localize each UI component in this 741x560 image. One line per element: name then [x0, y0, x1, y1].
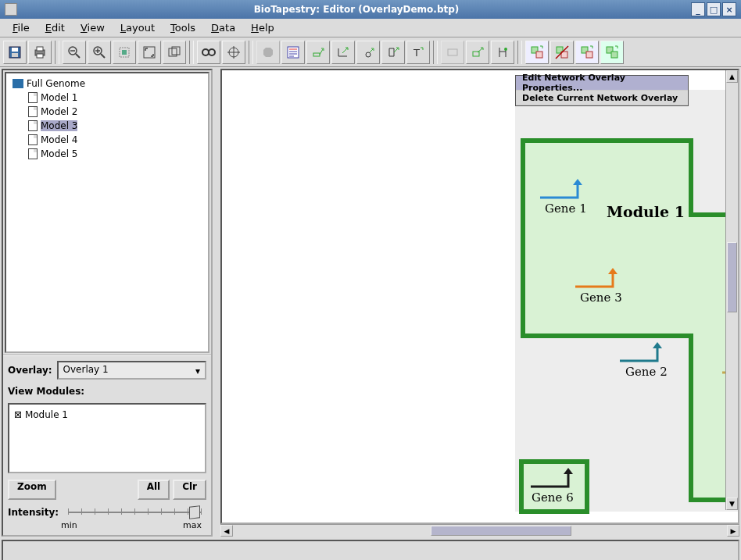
tool-a2-icon[interactable] — [331, 41, 355, 64]
tree-item-model[interactable]: Model 5 — [9, 147, 205, 161]
overlay-c4-icon[interactable] — [600, 41, 624, 64]
menu-edit[interactable]: Edit — [38, 19, 73, 37]
context-menu: Edit Network Overlay Properties... Delet… — [515, 75, 689, 106]
svg-rect-48 — [611, 52, 618, 58]
print-icon[interactable] — [28, 41, 52, 64]
network-canvas[interactable]: Region 1 Gene 1 Gene 5 Module 1 Gene 3 G… — [220, 69, 739, 524]
scroll-right-icon[interactable]: ▶ — [727, 525, 739, 537]
gene1-label: Gene 1 — [545, 202, 587, 216]
vscroll-thumb[interactable] — [727, 242, 737, 312]
svg-point-18 — [202, 49, 209, 55]
view-modules-label: View Modules: — [8, 386, 206, 397]
menubar: File Edit View Layout Tools Data Help — [0, 19, 741, 37]
tree-item-model[interactable]: Model 2 — [9, 105, 205, 119]
intensity-slider[interactable] — [68, 506, 202, 519]
zoom-in-icon[interactable] — [88, 41, 111, 64]
overlay-c2-icon[interactable] — [550, 41, 574, 64]
tool-b3-icon[interactable] — [491, 41, 514, 64]
svg-rect-36 — [448, 49, 457, 55]
tool-a3-icon[interactable] — [356, 41, 380, 64]
overlay-c1-icon[interactable] — [525, 41, 549, 64]
gene1-glyph[interactable] — [539, 174, 593, 202]
tree-item-model[interactable]: Model 3 — [9, 119, 205, 133]
toolbar: T — [0, 37, 741, 67]
center-icon[interactable] — [222, 41, 245, 64]
menu-file[interactable]: File — [5, 19, 38, 37]
model-tree[interactable]: Full Genome Model 1Model 2Model 3Model 4… — [5, 72, 209, 353]
find-icon[interactable] — [197, 41, 220, 64]
ctx-delete-overlay[interactable]: Delete Current Network Overlay — [516, 91, 688, 105]
save-icon[interactable] — [3, 41, 27, 64]
ctx-edit-overlay-props[interactable]: Edit Network Overlay Properties... — [516, 76, 688, 91]
svg-rect-46 — [586, 52, 592, 58]
menu-help[interactable]: Help — [243, 19, 282, 37]
zoom-out-icon[interactable] — [63, 41, 86, 64]
scroll-up-icon[interactable]: ▲ — [726, 70, 738, 83]
vertical-scrollbar[interactable]: ▲ ▼ — [725, 70, 738, 510]
tree-item-model[interactable]: Model 1 — [9, 91, 205, 105]
slider-min-label: min — [61, 520, 77, 530]
svg-marker-24 — [263, 48, 273, 57]
genome-icon — [13, 79, 23, 88]
svg-line-7 — [76, 54, 80, 58]
zoom-selection-icon[interactable] — [138, 41, 161, 64]
maximize-button[interactable]: □ — [707, 2, 721, 16]
document-icon — [28, 106, 38, 117]
zoom-button[interactable]: Zoom — [8, 480, 56, 500]
svg-text:T: T — [413, 47, 420, 59]
svg-rect-4 — [37, 47, 43, 51]
svg-rect-2 — [12, 53, 18, 57]
tree-root[interactable]: Full Genome — [9, 77, 205, 91]
slider-handle[interactable] — [189, 505, 200, 519]
svg-point-19 — [209, 49, 215, 55]
minimize-button[interactable]: _ — [691, 2, 705, 16]
close-button[interactable]: × — [722, 2, 736, 16]
gene3-glyph[interactable] — [574, 263, 628, 291]
overlay-panel: Overlay: Overlay 1 View Modules: Module … — [3, 355, 211, 535]
scroll-left-icon[interactable]: ◀ — [220, 525, 233, 537]
splitter[interactable] — [214, 67, 219, 538]
menu-layout[interactable]: Layout — [113, 19, 163, 37]
scroll-down-icon[interactable]: ▼ — [726, 498, 738, 510]
svg-rect-30 — [313, 53, 320, 56]
overlay-select[interactable]: Overlay 1 — [57, 361, 206, 380]
overlay-label: Overlay: — [8, 365, 52, 376]
svg-rect-5 — [37, 54, 43, 58]
tool-text-icon[interactable]: T — [406, 41, 430, 64]
props-icon[interactable] — [281, 41, 305, 64]
zoom-all-icon[interactable] — [163, 41, 186, 64]
zoom-fit-icon[interactable] — [113, 41, 136, 64]
gene2-glyph[interactable] — [618, 337, 673, 365]
intensity-label: Intensity: — [8, 507, 59, 518]
menu-tools[interactable]: Tools — [163, 19, 203, 37]
status-bar — [2, 540, 739, 560]
titlebar: BioTapestry: Editor (OverlayDemo.btp) _ … — [0, 0, 741, 19]
svg-point-32 — [366, 52, 370, 57]
svg-line-34 — [394, 48, 398, 52]
all-button[interactable]: All — [138, 480, 170, 500]
clr-button[interactable]: Clr — [173, 480, 206, 500]
tool-b1-icon — [441, 41, 464, 64]
svg-rect-14 — [122, 50, 127, 55]
tool-a1-icon[interactable] — [306, 41, 330, 64]
tool-a4-icon[interactable] — [381, 41, 405, 64]
hscroll-thumb[interactable] — [431, 526, 571, 536]
svg-line-31 — [342, 48, 348, 53]
gene6-glyph[interactable] — [529, 463, 584, 490]
view-modules-list[interactable]: Module 1 — [8, 403, 206, 473]
svg-line-10 — [101, 54, 105, 58]
tree-item-model[interactable]: Model 4 — [9, 133, 205, 147]
svg-rect-1 — [12, 48, 18, 52]
module-item[interactable]: Module 1 — [14, 409, 200, 420]
menu-view[interactable]: View — [73, 19, 113, 37]
tool-b2-icon[interactable] — [466, 41, 489, 64]
window-title: BioTapestry: Editor (OverlayDemo.btp) — [23, 4, 689, 15]
svg-line-33 — [370, 49, 373, 52]
svg-point-39 — [504, 48, 507, 51]
menu-data[interactable]: Data — [203, 19, 243, 37]
horizontal-scrollbar[interactable]: ◀ ▶ — [220, 524, 739, 537]
left-panel: Full Genome Model 1Model 2Model 3Model 4… — [2, 69, 213, 537]
document-icon — [28, 92, 38, 103]
overlay-c3-icon[interactable] — [575, 41, 599, 64]
svg-line-38 — [478, 48, 482, 52]
